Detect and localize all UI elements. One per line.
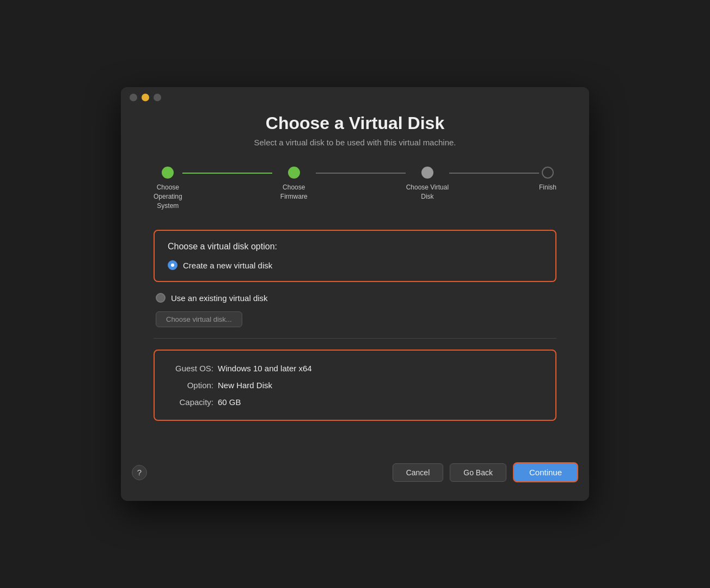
existing-disk-radio[interactable]: [156, 293, 166, 303]
step-circle-finish: [542, 167, 554, 179]
step-finish: Finish: [539, 167, 556, 192]
step-label-finish: Finish: [539, 183, 556, 192]
minimize-button[interactable]: [142, 94, 149, 101]
bottom-actions: Cancel Go Back Continue: [393, 462, 578, 482]
create-new-label: Create a new virtual disk: [183, 261, 272, 270]
summary-value-option: New Hard Disk: [218, 381, 272, 390]
summary-row-os: Guest OS: Windows 10 and later x64: [170, 364, 540, 373]
choose-virtual-disk-button[interactable]: Choose virtual disk...: [156, 311, 242, 327]
step-choose-disk: Choose Virtual Disk: [406, 167, 449, 201]
step-choose-firmware: Choose Firmware: [272, 167, 316, 201]
step-label-firmware: Choose Firmware: [272, 183, 316, 201]
summary-label-option: Option:: [170, 381, 213, 390]
summary-label-capacity: Capacity:: [170, 397, 213, 407]
create-new-radio[interactable]: [168, 260, 178, 270]
connector-1: [182, 173, 272, 174]
close-button[interactable]: [130, 94, 137, 101]
option-box-title: Choose a virtual disk option:: [168, 242, 542, 252]
cancel-button[interactable]: Cancel: [393, 463, 444, 482]
titlebar: [121, 87, 589, 108]
step-circle-firmware: [288, 167, 300, 179]
step-label-os: ChooseOperatingSystem: [154, 183, 182, 210]
stepper: ChooseOperatingSystem Choose Firmware Ch…: [154, 167, 556, 210]
go-back-button[interactable]: Go Back: [450, 463, 506, 482]
help-button[interactable]: ?: [132, 465, 147, 480]
step-label-disk: Choose Virtual Disk: [406, 183, 449, 201]
main-window: Choose a Virtual Disk Select a virtual d…: [121, 87, 589, 501]
step-circle-os: [162, 167, 174, 179]
existing-disk-option[interactable]: Use an existing virtual disk: [154, 293, 556, 303]
step-choose-os: ChooseOperatingSystem: [154, 167, 182, 210]
create-new-disk-option[interactable]: Create a new virtual disk: [168, 260, 542, 270]
option-box: Choose a virtual disk option: Create a n…: [154, 230, 556, 282]
summary-label-os: Guest OS:: [170, 364, 213, 373]
summary-row-capacity: Capacity: 60 GB: [170, 397, 540, 407]
connector-2: [316, 173, 406, 174]
existing-disk-label: Use an existing virtual disk: [171, 293, 268, 303]
continue-button[interactable]: Continue: [513, 462, 578, 482]
page-subtitle: Select a virtual disk to be used with th…: [154, 138, 556, 147]
page-title: Choose a Virtual Disk: [154, 113, 556, 133]
connector-3: [449, 173, 539, 174]
main-content: Choose a Virtual Disk Select a virtual d…: [121, 108, 589, 454]
bottom-bar: ? Cancel Go Back Continue: [121, 454, 589, 491]
summary-row-option: Option: New Hard Disk: [170, 381, 540, 390]
step-circle-disk: [421, 167, 433, 179]
summary-box: Guest OS: Windows 10 and later x64 Optio…: [154, 350, 556, 421]
maximize-button[interactable]: [154, 94, 161, 101]
summary-value-capacity: 60 GB: [218, 397, 241, 407]
divider: [154, 338, 556, 339]
summary-value-os: Windows 10 and later x64: [218, 364, 312, 373]
